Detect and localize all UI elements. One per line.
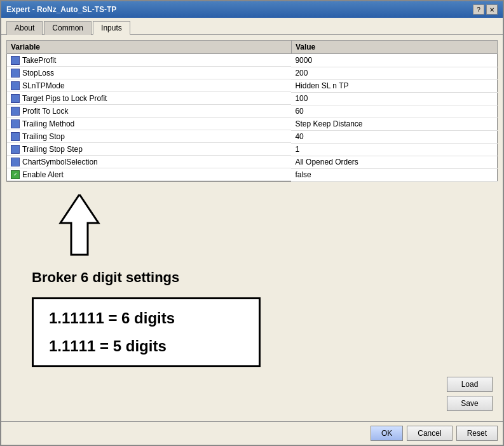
param-value: 1 bbox=[291, 143, 497, 156]
param-name-cell: StopLoss bbox=[7, 67, 291, 79]
param-name: ChartSymbolSelection bbox=[22, 158, 98, 166]
green-icon: ✓ bbox=[11, 170, 20, 179]
param-name-cell: Trailing Stop Step bbox=[7, 143, 291, 156]
window-controls: ? ✕ bbox=[473, 4, 498, 15]
table-row[interactable]: TakeProfit9000 bbox=[7, 54, 498, 67]
blue-icon bbox=[11, 56, 20, 65]
main-window: Expert - RoNz_Auto_SL-TS-TP ? ✕ About Co… bbox=[0, 0, 504, 446]
param-name: Trailing Stop bbox=[22, 132, 65, 141]
bottom-bar: OK Cancel Reset bbox=[1, 421, 503, 445]
param-value: 40 bbox=[291, 130, 497, 143]
help-button[interactable]: ? bbox=[473, 4, 484, 15]
col-header-variable: Variable bbox=[7, 41, 292, 54]
param-name: StopLoss bbox=[22, 69, 54, 78]
param-name-cell: TakeProfit bbox=[7, 54, 291, 67]
param-name: SLnTPMode bbox=[22, 81, 65, 90]
tab-common[interactable]: Common bbox=[44, 21, 92, 35]
param-value: Step Keep Distance bbox=[291, 118, 497, 130]
param-value: All Opened Orders bbox=[291, 156, 497, 168]
table-row[interactable]: Trailing Stop Step1 bbox=[7, 143, 498, 156]
table-row[interactable]: Trailing Stop40 bbox=[7, 130, 498, 143]
param-name: Enable Alert bbox=[22, 170, 64, 179]
param-value: 60 bbox=[291, 105, 497, 118]
blue-icon bbox=[11, 94, 20, 103]
param-name-cell: Trailing Stop bbox=[7, 130, 291, 143]
blue-icon bbox=[11, 145, 20, 154]
param-name: TakeProfit bbox=[22, 56, 56, 65]
blue-icon bbox=[11, 107, 20, 116]
svg-marker-0 bbox=[60, 194, 99, 255]
param-name-cell: SLnTPMode bbox=[7, 79, 291, 92]
load-button[interactable]: Load bbox=[447, 377, 493, 392]
save-button[interactable]: Save bbox=[447, 396, 493, 411]
broker-title: Broker 6 digit settings bbox=[32, 269, 179, 286]
param-name: Trailing Stop Step bbox=[22, 145, 83, 154]
param-value: false bbox=[291, 168, 497, 182]
table-row[interactable]: StopLoss200 bbox=[7, 67, 498, 79]
blue-icon bbox=[11, 69, 20, 78]
window-title: Expert - RoNz_Auto_SL-TS-TP bbox=[6, 5, 116, 14]
tab-about[interactable]: About bbox=[6, 21, 43, 35]
param-name: Target Pips to Lock Profit bbox=[22, 94, 107, 103]
table-row[interactable]: Trailing MethodStep Keep Distance bbox=[7, 118, 498, 130]
reset-button[interactable]: Reset bbox=[456, 426, 498, 441]
param-name-cell: ✓Enable Alert bbox=[7, 168, 291, 181]
table-row[interactable]: ChartSymbolSelectionAll Opened Orders bbox=[7, 156, 498, 168]
param-value: 9000 bbox=[291, 54, 497, 67]
table-row[interactable]: SLnTPModeHidden SL n TP bbox=[7, 79, 498, 92]
digits-line-5: 1.1111 = 5 digits bbox=[49, 337, 243, 355]
param-name-cell: Target Pips to Lock Profit bbox=[7, 92, 291, 105]
table-row[interactable]: ✓Enable Alertfalse bbox=[7, 168, 498, 182]
param-name-cell: Trailing Method bbox=[7, 118, 291, 130]
right-buttons: Load Save bbox=[447, 377, 493, 411]
param-value: 100 bbox=[291, 92, 497, 105]
param-name: Trailing Method bbox=[22, 119, 74, 128]
blue-icon bbox=[11, 158, 20, 166]
digits-box: 1.11111 = 6 digits 1.1111 = 5 digits bbox=[32, 297, 261, 367]
table-row[interactable]: Target Pips to Lock Profit100 bbox=[7, 92, 498, 105]
digits-line-6: 1.11111 = 6 digits bbox=[49, 309, 243, 327]
param-value: 200 bbox=[291, 67, 497, 79]
ok-button[interactable]: OK bbox=[371, 426, 403, 441]
param-name-cell: ChartSymbolSelection bbox=[7, 156, 291, 168]
param-value: Hidden SL n TP bbox=[291, 79, 497, 92]
arrow-up-icon bbox=[57, 194, 102, 258]
blue-icon bbox=[11, 132, 20, 141]
param-name: Profit To Lock bbox=[22, 107, 68, 116]
info-section: Broker 6 digit settings 1.11111 = 6 digi… bbox=[6, 182, 498, 416]
tab-inputs[interactable]: Inputs bbox=[93, 21, 130, 35]
param-table: Variable Value TakeProfit9000StopLoss200… bbox=[6, 40, 498, 182]
title-bar: Expert - RoNz_Auto_SL-TS-TP ? ✕ bbox=[1, 1, 503, 18]
blue-icon bbox=[11, 119, 20, 128]
col-header-value: Value bbox=[291, 41, 497, 54]
close-button[interactable]: ✕ bbox=[486, 4, 498, 15]
cancel-button[interactable]: Cancel bbox=[407, 426, 452, 441]
table-row[interactable]: Profit To Lock60 bbox=[7, 105, 498, 118]
tabs-bar: About Common Inputs bbox=[1, 18, 503, 35]
param-name-cell: Profit To Lock bbox=[7, 105, 291, 118]
main-content: Variable Value TakeProfit9000StopLoss200… bbox=[1, 35, 503, 421]
blue-icon bbox=[11, 81, 20, 90]
